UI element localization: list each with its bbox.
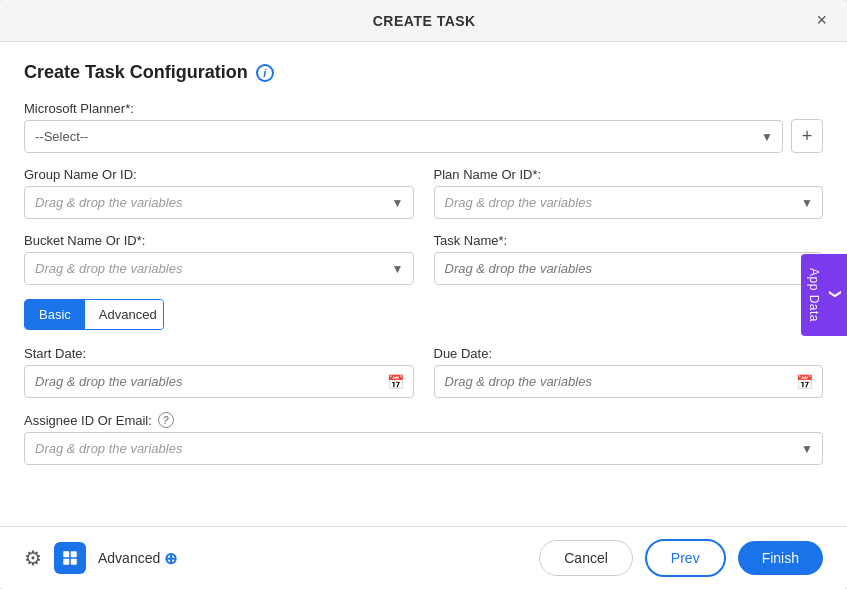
tab-basic[interactable]: Basic <box>25 300 85 329</box>
assignee-label-text: Assignee ID Or Email: <box>24 413 152 428</box>
ms-planner-field: Microsoft Planner*: --Select-- ▼ <box>24 101 783 153</box>
footer-right: Cancel Prev Finish <box>539 539 823 577</box>
task-name-label: Task Name*: <box>434 233 824 248</box>
svg-rect-1 <box>71 551 77 557</box>
group-name-select-wrapper: Drag & drop the variables ▼ <box>24 186 414 219</box>
due-date-label: Due Date: <box>434 346 824 361</box>
task-icon-svg <box>61 549 79 567</box>
tab-advanced[interactable]: Advanced <box>85 300 164 329</box>
cancel-button[interactable]: Cancel <box>539 540 633 576</box>
task-name-input[interactable] <box>434 252 824 285</box>
advanced-link-label: Advanced <box>98 550 160 566</box>
bucket-name-select[interactable]: Drag & drop the variables <box>24 252 414 285</box>
assignee-select[interactable]: Drag & drop the variables <box>24 432 823 465</box>
due-date-input-wrapper: 📅 <box>434 365 824 398</box>
basic-advanced-tabs: Basic Advanced <box>24 299 164 330</box>
config-title-text: Create Task Configuration <box>24 62 248 83</box>
bucket-task-row: Bucket Name Or ID*: Drag & drop the vari… <box>24 233 823 285</box>
bucket-name-field: Bucket Name Or ID*: Drag & drop the vari… <box>24 233 414 285</box>
close-button[interactable]: × <box>812 10 831 31</box>
modal-body: Create Task Configuration i Microsoft Pl… <box>0 42 847 526</box>
app-data-side-tab[interactable]: ❮ App Data <box>801 253 847 335</box>
start-date-field: Start Date: 📅 <box>24 346 414 398</box>
footer-left: ⚙ Advanced ⊕ <box>24 542 177 574</box>
advanced-plus-icon: ⊕ <box>164 549 177 568</box>
due-date-input[interactable] <box>434 365 824 398</box>
side-tab-label: App Data <box>807 267 821 321</box>
modal-title: CREATE TASK <box>36 13 812 29</box>
modal-header: CREATE TASK × <box>0 0 847 42</box>
bucket-name-select-wrapper: Drag & drop the variables ▼ <box>24 252 414 285</box>
ms-planner-select[interactable]: --Select-- <box>24 120 783 153</box>
start-date-input-wrapper: 📅 <box>24 365 414 398</box>
assignee-select-wrapper: Drag & drop the variables ▼ <box>24 432 823 465</box>
modal-container: CREATE TASK × Create Task Configuration … <box>0 0 847 589</box>
due-date-field: Due Date: 📅 <box>434 346 824 398</box>
task-icon-button[interactable] <box>54 542 86 574</box>
svg-rect-3 <box>71 559 77 565</box>
svg-rect-0 <box>63 551 69 557</box>
plan-name-field: Plan Name Or ID*: Drag & drop the variab… <box>434 167 824 219</box>
finish-button[interactable]: Finish <box>738 541 823 575</box>
group-name-select[interactable]: Drag & drop the variables <box>24 186 414 219</box>
start-date-label: Start Date: <box>24 346 414 361</box>
date-row: Start Date: 📅 Due Date: 📅 <box>24 346 823 398</box>
plan-name-select-wrapper: Drag & drop the variables ▼ <box>434 186 824 219</box>
info-icon[interactable]: i <box>256 64 274 82</box>
start-date-input[interactable] <box>24 365 414 398</box>
prev-button[interactable]: Prev <box>645 539 726 577</box>
modal-footer: ⚙ Advanced ⊕ Cancel Prev Finish <box>0 526 847 589</box>
bucket-name-label: Bucket Name Or ID*: <box>24 233 414 248</box>
group-plan-row: Group Name Or ID: Drag & drop the variab… <box>24 167 823 219</box>
assignee-row: Assignee ID Or Email: ? Drag & drop the … <box>24 412 823 465</box>
side-tab-arrow-icon: ❮ <box>827 289 841 300</box>
plan-name-label: Plan Name Or ID*: <box>434 167 824 182</box>
gear-icon[interactable]: ⚙ <box>24 546 42 570</box>
task-name-field: Task Name*: <box>434 233 824 285</box>
config-title-row: Create Task Configuration i <box>24 62 823 83</box>
svg-rect-2 <box>63 559 69 565</box>
plan-name-select[interactable]: Drag & drop the variables <box>434 186 824 219</box>
ms-planner-add-button[interactable]: + <box>791 119 823 153</box>
group-name-field: Group Name Or ID: Drag & drop the variab… <box>24 167 414 219</box>
assignee-help-icon[interactable]: ? <box>158 412 174 428</box>
ms-planner-select-wrapper: --Select-- ▼ <box>24 120 783 153</box>
advanced-link[interactable]: Advanced ⊕ <box>98 549 177 568</box>
assignee-label-row: Assignee ID Or Email: ? <box>24 412 823 428</box>
ms-planner-label: Microsoft Planner*: <box>24 101 783 116</box>
group-name-label: Group Name Or ID: <box>24 167 414 182</box>
ms-planner-row: Microsoft Planner*: --Select-- ▼ + <box>24 101 823 153</box>
